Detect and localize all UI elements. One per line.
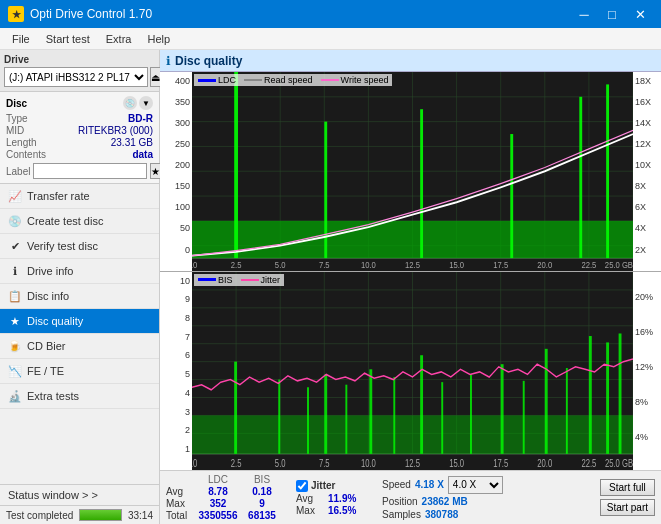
svg-text:15.0: 15.0: [449, 457, 464, 468]
disc-quality-header-icon: ℹ: [166, 54, 171, 68]
stats-ldc-header: LDC: [198, 474, 238, 485]
svg-text:22.5: 22.5: [581, 457, 596, 468]
svg-text:20.0: 20.0: [537, 259, 552, 270]
svg-text:12.5: 12.5: [405, 457, 420, 468]
stats-total-label: Total: [166, 510, 194, 521]
svg-rect-64: [324, 374, 327, 453]
legend-bis: BIS: [218, 275, 233, 285]
disc-label-input[interactable]: [33, 163, 147, 179]
legend-jitter: Jitter: [261, 275, 281, 285]
position-label: Position: [382, 496, 418, 507]
nav-verify-test-disc-label: Verify test disc: [27, 240, 98, 252]
start-part-button[interactable]: Start part: [600, 499, 655, 516]
disc-length-label: Length: [6, 137, 37, 148]
svg-rect-75: [589, 336, 592, 454]
status-completed-text: Test completed: [6, 510, 73, 521]
create-test-disc-icon: 💿: [8, 214, 22, 228]
svg-rect-22: [234, 72, 238, 258]
disc-panel: Disc 💿 ▼ Type BD-R MID RITEKBR3 (000) Le…: [0, 92, 159, 184]
nav-disc-quality-label: Disc quality: [27, 315, 83, 327]
menu-extra[interactable]: Extra: [98, 31, 140, 47]
drive-section: Drive (J:) ATAPI iHBS312 2 PL17 ⏏ Speed …: [0, 50, 159, 92]
jitter-avg-label: Avg: [296, 493, 324, 504]
disc-quality-title: Disc quality: [175, 54, 242, 68]
y-axis-top-left: 400350300250200150100500: [160, 72, 192, 271]
svg-rect-62: [278, 379, 280, 453]
nav-create-test-disc[interactable]: 💿 Create test disc: [0, 209, 159, 234]
chart-top: 400350300250200150100500 LDC Read speed: [160, 72, 661, 272]
drive-select[interactable]: (J:) ATAPI iHBS312 2 PL17: [4, 67, 148, 87]
start-buttons: Start full Start part: [600, 479, 655, 516]
stats-avg-label: Avg: [166, 486, 194, 497]
nav-fe-te-label: FE / TE: [27, 365, 64, 377]
svg-rect-77: [619, 333, 622, 453]
minimize-button[interactable]: ─: [571, 4, 597, 24]
nav-disc-info[interactable]: 📋 Disc info: [0, 284, 159, 309]
stats-max-label: Max: [166, 498, 194, 509]
nav-extra-tests[interactable]: 🔬 Extra tests: [0, 384, 159, 409]
extra-tests-icon: 🔬: [8, 389, 22, 403]
svg-text:0.0: 0.0: [192, 259, 197, 270]
nav-fe-te[interactable]: 📉 FE / TE: [0, 359, 159, 384]
status-completed-row: Test completed 33:14: [0, 506, 159, 524]
nav-transfer-rate[interactable]: 📈 Transfer rate: [0, 184, 159, 209]
menu-bar: File Start test Extra Help: [0, 28, 661, 50]
speed-label-stats: Speed: [382, 479, 411, 490]
svg-rect-74: [566, 368, 568, 454]
nav-verify-test-disc[interactable]: ✔ Verify test disc: [0, 234, 159, 259]
svg-rect-63: [307, 387, 309, 454]
nav-extra-tests-label: Extra tests: [27, 390, 79, 402]
svg-rect-21: [192, 221, 633, 258]
start-full-button[interactable]: Start full: [600, 479, 655, 496]
disc-type-label: Type: [6, 113, 28, 124]
app-title: Opti Drive Control 1.70: [30, 7, 152, 21]
stats-bis-total: 68135: [242, 510, 282, 521]
disc-info-icon: 📋: [8, 289, 22, 303]
nav-cd-bier[interactable]: 🍺 CD Bier: [0, 334, 159, 359]
svg-text:2.5: 2.5: [231, 457, 242, 468]
top-chart-svg-container: LDC Read speed Write speed: [192, 72, 633, 271]
legend-ldc: LDC: [218, 75, 236, 85]
sidebar: Drive (J:) ATAPI iHBS312 2 PL17 ⏏ Speed …: [0, 50, 160, 524]
maximize-button[interactable]: □: [599, 4, 625, 24]
svg-text:15.0: 15.0: [449, 259, 464, 270]
svg-text:10.0: 10.0: [361, 457, 376, 468]
progress-bar: [79, 509, 122, 521]
legend-read-speed: Read speed: [264, 75, 313, 85]
fe-te-icon: 📉: [8, 364, 22, 378]
svg-rect-65: [345, 384, 347, 453]
status-bar: Status window > > Test completed 33:14: [0, 484, 159, 524]
disc-contents-value: data: [132, 149, 153, 160]
menu-start-test[interactable]: Start test: [38, 31, 98, 47]
nav-create-test-disc-label: Create test disc: [27, 215, 103, 227]
disc-options-icon[interactable]: ▼: [139, 96, 153, 110]
status-time: 33:14: [128, 510, 153, 521]
disc-mid-label: MID: [6, 125, 24, 136]
svg-rect-25: [510, 134, 513, 258]
disc-contents-label: Contents: [6, 149, 46, 160]
svg-rect-24: [420, 109, 423, 258]
jitter-avg-val: 11.9%: [328, 493, 368, 504]
menu-file[interactable]: File: [4, 31, 38, 47]
bottom-chart-svg: 0.0 2.5 5.0 7.5 10.0 12.5 15.0 17.5 20.0…: [192, 272, 633, 471]
svg-text:7.5: 7.5: [319, 457, 330, 468]
close-button[interactable]: ✕: [627, 4, 653, 24]
stats-ldc-avg: 8.78: [198, 486, 238, 497]
speed-select-stats[interactable]: 4.0 X: [448, 476, 503, 494]
content-area: ℹ Disc quality 400350300250200150100500: [160, 50, 661, 524]
y-axis-bottom-left: 10987654321: [160, 272, 192, 471]
disc-label-label: Label: [6, 166, 30, 177]
svg-text:22.5: 22.5: [581, 259, 596, 270]
svg-text:25.0 GB: 25.0 GB: [605, 259, 633, 270]
jitter-checkbox[interactable]: [296, 480, 308, 492]
svg-text:10.0: 10.0: [361, 259, 376, 270]
nav-drive-info-label: Drive info: [27, 265, 73, 277]
nav-disc-quality[interactable]: ★ Disc quality: [0, 309, 159, 334]
position-val: 23862 MB: [422, 496, 468, 507]
drive-info-icon: ℹ: [8, 264, 22, 278]
status-window-button[interactable]: Status window > >: [0, 485, 159, 506]
svg-rect-72: [523, 380, 525, 453]
menu-help[interactable]: Help: [139, 31, 178, 47]
drive-label: Drive: [4, 54, 155, 65]
nav-drive-info[interactable]: ℹ Drive info: [0, 259, 159, 284]
